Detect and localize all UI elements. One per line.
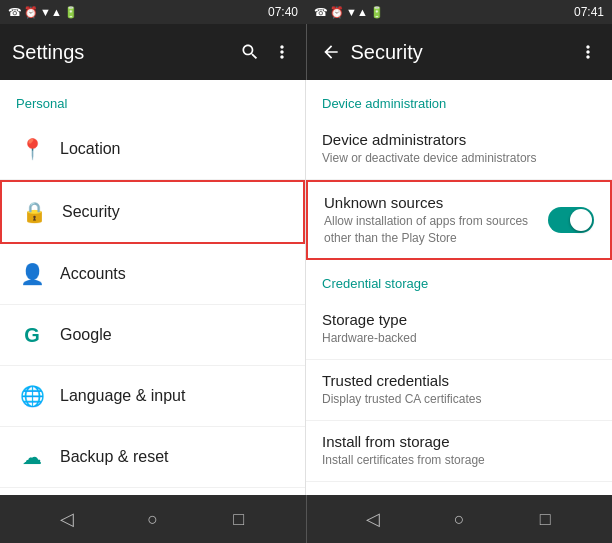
clear-credentials-item[interactable]: Clear credentials xyxy=(306,482,612,495)
storage-type-subtitle: Hardware-backed xyxy=(322,330,596,347)
battery-icon: 🔋 xyxy=(64,6,78,19)
right-recent-nav-icon[interactable]: □ xyxy=(529,503,561,535)
left-home-nav-icon[interactable]: ○ xyxy=(137,503,169,535)
location-label: Location xyxy=(60,140,121,158)
left-nav-bar: ◁ ○ □ xyxy=(0,495,306,543)
wifi2-icon: ▼▲ xyxy=(346,6,368,18)
settings-item-language[interactable]: 🌐 Language & input xyxy=(0,366,305,427)
device-administrators-subtitle: View or deactivate device administrators xyxy=(322,150,596,167)
left-status-time: 07:40 xyxy=(268,5,298,19)
personal-section-label: Personal xyxy=(0,80,305,119)
trusted-credentials-text: Trusted credentials Display trusted CA c… xyxy=(322,372,596,408)
accounts-icon: 👤 xyxy=(16,258,48,290)
nav-bars: ◁ ○ □ ◁ ○ □ xyxy=(0,495,612,543)
alarm-icon: ⏰ xyxy=(24,6,38,19)
left-back-nav-icon[interactable]: ◁ xyxy=(51,503,83,535)
content-area: Personal 📍 Location 🔒 Security 👤 Account… xyxy=(0,80,612,495)
device-administrators-title: Device administrators xyxy=(322,131,596,148)
device-admin-header: Device administration xyxy=(306,80,612,119)
unknown-sources-subtitle: Allow installation of apps from sources … xyxy=(324,213,540,247)
security-toolbar: Security xyxy=(307,24,613,80)
battery2-icon: 🔋 xyxy=(370,6,384,19)
alarm2-icon: ⏰ xyxy=(330,6,344,19)
settings-item-location[interactable]: 📍 Location xyxy=(0,119,305,180)
install-from-storage-item[interactable]: Install from storage Install certificate… xyxy=(306,421,612,482)
settings-item-accounts[interactable]: 👤 Accounts xyxy=(0,244,305,305)
clear-credentials-title: Clear credentials xyxy=(322,494,596,495)
toolbars: Settings Security xyxy=(0,24,612,80)
device-administrators-item[interactable]: Device administrators View or deactivate… xyxy=(306,119,612,180)
security-more-icon[interactable] xyxy=(576,40,600,64)
security-icon: 🔒 xyxy=(18,196,50,228)
accounts-label: Accounts xyxy=(60,265,126,283)
back-icon[interactable] xyxy=(319,40,343,64)
right-status-icons: ☎ ⏰ ▼▲ 🔋 xyxy=(314,6,384,19)
backup-icon: ☁ xyxy=(16,441,48,473)
google-label: Google xyxy=(60,326,112,344)
trusted-credentials-subtitle: Display trusted CA certificates xyxy=(322,391,596,408)
settings-toolbar-title: Settings xyxy=(12,41,230,64)
security-toolbar-title: Security xyxy=(351,41,569,64)
trusted-credentials-item[interactable]: Trusted credentials Display trusted CA c… xyxy=(306,360,612,421)
clear-credentials-text: Clear credentials xyxy=(322,494,596,495)
settings-panel: Personal 📍 Location 🔒 Security 👤 Account… xyxy=(0,80,306,495)
vibrate-icon: ☎ xyxy=(314,6,328,19)
left-recent-nav-icon[interactable]: □ xyxy=(223,503,255,535)
security-label: Security xyxy=(62,203,120,221)
right-nav-bar: ◁ ○ □ xyxy=(307,495,613,543)
security-panel: Device administration Device administrat… xyxy=(306,80,612,495)
language-label: Language & input xyxy=(60,387,185,405)
settings-item-security[interactable]: 🔒 Security xyxy=(0,180,305,244)
storage-type-title: Storage type xyxy=(322,311,596,328)
unknown-sources-toggle[interactable] xyxy=(548,207,594,233)
location-icon: 📍 xyxy=(16,133,48,165)
backup-label: Backup & reset xyxy=(60,448,169,466)
unknown-sources-item[interactable]: Unknown sources Allow installation of ap… xyxy=(306,180,612,261)
search-icon[interactable] xyxy=(238,40,262,64)
right-status-bar: ☎ ⏰ ▼▲ 🔋 07:41 xyxy=(306,0,612,24)
trusted-credentials-title: Trusted credentials xyxy=(322,372,596,389)
storage-type-text: Storage type Hardware-backed xyxy=(322,311,596,347)
settings-item-backup[interactable]: ☁ Backup & reset xyxy=(0,427,305,488)
toggle-knob xyxy=(570,209,592,231)
more-vert-icon[interactable] xyxy=(270,40,294,64)
install-from-storage-title: Install from storage xyxy=(322,433,596,450)
install-from-storage-subtitle: Install certificates from storage xyxy=(322,452,596,469)
left-status-bar: ☎ ⏰ ▼▲ 🔋 07:40 xyxy=(0,0,306,24)
unknown-sources-text: Unknown sources Allow installation of ap… xyxy=(324,194,540,247)
unknown-sources-title: Unknown sources xyxy=(324,194,540,211)
google-icon: G xyxy=(16,319,48,351)
storage-type-item[interactable]: Storage type Hardware-backed xyxy=(306,299,612,360)
right-back-nav-icon[interactable]: ◁ xyxy=(357,503,389,535)
wifi-icon: ▼▲ xyxy=(40,6,62,18)
right-home-nav-icon[interactable]: ○ xyxy=(443,503,475,535)
credential-storage-header: Credential storage xyxy=(306,260,612,299)
settings-toolbar: Settings xyxy=(0,24,306,80)
status-bars: ☎ ⏰ ▼▲ 🔋 07:40 ☎ ⏰ ▼▲ 🔋 07:41 xyxy=(0,0,612,24)
phone-icon: ☎ xyxy=(8,6,22,19)
install-from-storage-text: Install from storage Install certificate… xyxy=(322,433,596,469)
language-icon: 🌐 xyxy=(16,380,48,412)
left-status-icons: ☎ ⏰ ▼▲ 🔋 xyxy=(8,6,78,19)
right-status-time: 07:41 xyxy=(574,5,604,19)
device-administrators-text: Device administrators View or deactivate… xyxy=(322,131,596,167)
settings-item-google[interactable]: G Google xyxy=(0,305,305,366)
